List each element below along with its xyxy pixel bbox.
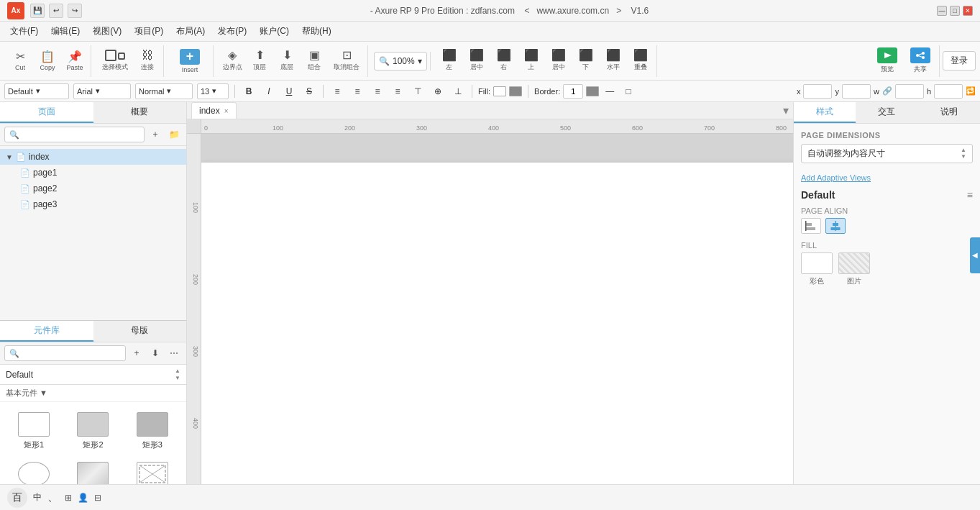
fill-image-option[interactable]: 图片 (838, 252, 870, 286)
tab-style[interactable]: 样式 (794, 102, 856, 123)
fill-color-option[interactable]: 彩色 (801, 252, 833, 286)
font-style-select[interactable]: Normal ▾ (135, 83, 193, 99)
top-layer-button[interactable]: ⬆ 顶层 (247, 45, 273, 77)
import-library-button[interactable]: ⬇ (147, 345, 163, 361)
h-input[interactable] (934, 84, 963, 99)
italic-button[interactable]: I (261, 83, 277, 99)
connect-button[interactable]: ⛓ 连接 (134, 45, 160, 77)
boundary-button[interactable]: ◈ 边界点 (219, 45, 245, 77)
nav-right[interactable]: > (616, 6, 621, 16)
align-right-text-button[interactable]: ≡ (370, 83, 385, 99)
canvas-tab-menu[interactable]: ▾ (779, 102, 793, 119)
bold-button[interactable]: B (241, 83, 257, 99)
align-center-h-button[interactable]: ⬛ 居中 (464, 45, 490, 77)
add-folder-button[interactable]: 📁 (166, 127, 182, 142)
font-size-select[interactable]: 13 ▾ (197, 83, 229, 99)
menu-account[interactable]: 账户(C) (254, 23, 295, 40)
page-item-page2[interactable]: 📄 page2 (0, 181, 186, 196)
share-button[interactable]: 共享 (905, 45, 936, 77)
menu-publish[interactable]: 发布(P) (212, 23, 252, 40)
undo-button[interactable]: ↩ (49, 4, 63, 18)
add-library-button[interactable]: + (129, 345, 145, 361)
select-mode-button[interactable]: 选择模式 (97, 45, 133, 77)
canvas-tab-index[interactable]: index × (191, 102, 237, 119)
align-bottom-button[interactable]: ⬛ 下 (573, 45, 599, 77)
cut-button[interactable]: ✂ Cut (7, 45, 33, 77)
default-settings-icon[interactable]: ≡ (967, 189, 973, 201)
align-left-page-button[interactable] (801, 218, 821, 234)
zoom-control[interactable]: 🔍 100% ▾ (374, 52, 427, 70)
border-style-btn[interactable]: — (602, 83, 618, 99)
align-right-button[interactable]: ⬛ 右 (491, 45, 517, 77)
auto-size-down[interactable]: ▼ (961, 154, 966, 160)
align-center-v-button[interactable]: ⬛ 居中 (546, 45, 572, 77)
style-select[interactable]: Default ▾ (4, 83, 69, 99)
baidu-logo[interactable]: 百 (7, 488, 27, 508)
minimize-button[interactable]: — (937, 6, 947, 16)
align-left-text-button[interactable]: ≡ (329, 83, 345, 99)
x-input[interactable] (803, 84, 832, 99)
border-value-input[interactable] (563, 84, 583, 99)
menu-edit[interactable]: 编辑(E) (45, 23, 86, 40)
y-input[interactable] (842, 84, 871, 99)
comp-item-rect2[interactable]: 矩形2 (65, 408, 121, 455)
align-middle-text-button[interactable]: ⊕ (430, 83, 446, 99)
redo-button[interactable]: ↪ (68, 4, 82, 18)
maximize-button[interactable]: □ (950, 6, 960, 16)
menu-file[interactable]: 文件(F) (4, 23, 44, 40)
auto-size-up[interactable]: ▲ (961, 147, 966, 153)
add-page-button[interactable]: + (147, 127, 163, 142)
ungroup-button[interactable]: ⊡ 取消组合 (329, 45, 365, 77)
tab-master[interactable]: 母版 (93, 321, 187, 342)
align-left-button[interactable]: ⬛ 左 (436, 45, 462, 77)
strikethrough-button[interactable]: S (301, 83, 317, 99)
align-bottom-text-button[interactable]: ⊥ (450, 83, 466, 99)
tab-description[interactable]: 说明 (918, 102, 980, 123)
login-button[interactable]: 登录 (943, 51, 976, 70)
more-library-button[interactable]: ⋯ (166, 345, 182, 361)
fill-color-box-2[interactable] (509, 86, 522, 96)
comp-item-rect1[interactable]: 矩形1 (6, 408, 62, 455)
page-item-page1[interactable]: 📄 page1 (0, 165, 186, 181)
save-button[interactable]: 💾 (30, 4, 45, 18)
comp-item-rect3[interactable]: 矩形3 (124, 408, 180, 455)
menu-view[interactable]: 视图(V) (87, 23, 127, 40)
fill-color-box[interactable] (493, 86, 506, 96)
menu-help[interactable]: 帮助(H) (296, 23, 337, 40)
add-adaptive-views-link[interactable]: Add Adaptive Views (801, 173, 973, 182)
border-visible-btn[interactable]: □ (620, 83, 636, 99)
align-top-text-button[interactable]: ⊤ (410, 83, 426, 99)
font-select[interactable]: Arial ▾ (73, 83, 131, 99)
align-center-text-button[interactable]: ≡ (349, 83, 365, 99)
bottom-layer-button[interactable]: ⬇ 底层 (274, 45, 300, 77)
border-color-box[interactable] (586, 86, 599, 96)
align-center-page-button[interactable] (825, 218, 846, 234)
side-panel-handle[interactable]: ◀ (970, 237, 980, 273)
hspace-button[interactable]: ⬛ 水平 (600, 45, 626, 77)
nav-left[interactable]: < (524, 6, 529, 16)
menu-project[interactable]: 项目(P) (129, 23, 169, 40)
tab-library[interactable]: 元件库 (0, 321, 93, 342)
insert-button[interactable]: + Insert (170, 45, 210, 77)
canvas-workspace[interactable] (201, 134, 793, 510)
canvas-tab-close-button[interactable]: × (224, 107, 229, 115)
close-button[interactable]: ✕ (963, 6, 973, 16)
tab-pages[interactable]: 页面 (0, 102, 93, 123)
canvas-page[interactable] (201, 163, 793, 510)
paste-button[interactable]: 📌 Paste (62, 45, 88, 77)
page-item-index[interactable]: ▼ 📄 index (0, 149, 186, 165)
group-button[interactable]: ▣ 组合 (301, 45, 327, 77)
align-top-button[interactable]: ⬛ 上 (518, 45, 544, 77)
tab-overview[interactable]: 概要 (93, 102, 187, 123)
menu-layout[interactable]: 布局(A) (170, 23, 211, 40)
auto-size-control[interactable]: 自动调整为内容尺寸 ▲ ▼ (801, 144, 973, 163)
copy-button[interactable]: 📋 Copy (35, 45, 60, 77)
align-justify-text-button[interactable]: ≡ (390, 83, 406, 99)
preview-button[interactable]: 预览 (871, 45, 903, 77)
w-input[interactable] (895, 84, 924, 99)
page-item-page3[interactable]: 📄 page3 (0, 196, 186, 212)
tab-interaction[interactable]: 交互 (856, 102, 917, 123)
library-selector[interactable]: Default ▲ ▼ (0, 365, 186, 385)
underline-button[interactable]: U (281, 83, 297, 99)
vspace-button[interactable]: ⬛ 重叠 (628, 45, 654, 77)
